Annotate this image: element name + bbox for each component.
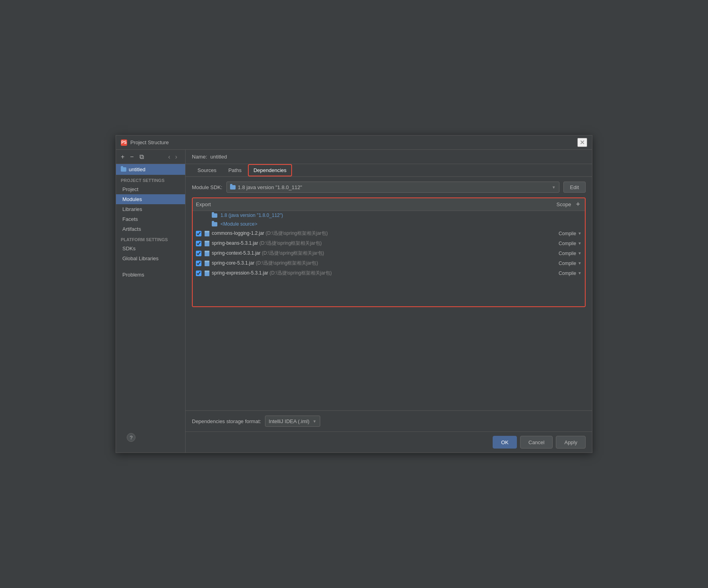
sidebar-item-artifacts[interactable]: Artifacts (116, 224, 185, 234)
storage-label: Dependencies storage format: (192, 418, 261, 424)
sdk-row: Module SDK: 1.8 java version "1.8.0_112"… (192, 182, 586, 193)
deps-list: 1.8 (java version "1.8.0_112") <Module s… (193, 211, 585, 306)
sidebar-item-libraries[interactable]: Libraries (116, 204, 185, 214)
cancel-button[interactable]: Cancel (520, 436, 553, 449)
module-name: untitled (129, 166, 145, 172)
apply-button[interactable]: Apply (556, 436, 586, 449)
folder-icon (121, 167, 126, 172)
jar-icon-spring-core (205, 261, 209, 266)
dep-item-jdk[interactable]: 1.8 (java version "1.8.0_112") (193, 211, 585, 220)
dep-checkbox-spring-core[interactable] (196, 261, 201, 266)
export-col-header: Export (196, 201, 557, 207)
jdk-folder-icon (212, 213, 217, 218)
main-content: Name: untitled Sources Paths Dependencie… (186, 150, 592, 453)
storage-row: Dependencies storage format: IntelliJ ID… (186, 410, 592, 431)
dep-item-spring-beans[interactable]: spring-beans-5.3.1.jar (D:\迅捷\spring框架相关… (193, 238, 585, 248)
sidebar: + − ⧉ ‹ › untitled Project Settings Pro (116, 150, 186, 453)
dep-scope-spring-context: Compile (559, 251, 576, 256)
dep-scope-arrow-spring-beans[interactable]: ▼ (578, 241, 582, 246)
sdk-chevron-icon: ▼ (552, 185, 556, 190)
dep-name-commons-logging: commons-logging-1.2.jar (D:\迅捷\spring框架相… (212, 230, 559, 237)
deps-table: Export Scope + 1.8 (java version "1. (192, 197, 586, 307)
dep-scope-arrow-spring-core[interactable]: ▼ (578, 261, 582, 265)
project-settings-header: Project Settings (116, 175, 185, 184)
add-button[interactable]: + (119, 153, 126, 161)
jar-icon-spring-beans (205, 241, 209, 246)
sidebar-item-modules[interactable]: Modules (116, 194, 185, 204)
dep-item-module-source[interactable]: <Module source> (193, 220, 585, 228)
dep-checkbox-spring-expression[interactable] (196, 271, 201, 276)
sdk-folder-icon (230, 185, 236, 190)
dep-name-spring-expression: spring-expression-5.3.1.jar (D:\迅捷\sprin… (212, 270, 559, 277)
dep-name-spring-core: spring-core-5.3.1.jar (D:\迅捷\spring框架相关j… (212, 260, 559, 267)
scope-col-header: Scope (557, 201, 571, 207)
sdk-label: Module SDK: (192, 184, 222, 190)
close-button[interactable]: ✕ (577, 138, 587, 147)
dep-jdk-name: 1.8 (java version "1.8.0_112") (221, 213, 283, 218)
dep-scope-spring-expression: Compile (559, 271, 576, 276)
dep-scope-commons-logging: Compile (559, 231, 576, 236)
dep-scope-arrow-spring-expression[interactable]: ▼ (578, 271, 582, 275)
footer: OK Cancel Apply (186, 431, 592, 453)
sidebar-item-problems[interactable]: Problems (116, 270, 185, 280)
dep-checkbox-spring-context[interactable] (196, 251, 201, 256)
dialog-title: Project Structure (130, 139, 577, 145)
nav-forward-button[interactable]: › (174, 153, 179, 161)
copy-button[interactable]: ⧉ (138, 153, 145, 161)
sidebar-item-project[interactable]: Project (116, 184, 185, 194)
dep-name-spring-context: spring-context-5.3.1.jar (D:\迅捷\spring框架… (212, 250, 559, 257)
name-label: Name: (192, 154, 207, 160)
title-bar: PS Project Structure ✕ (116, 135, 592, 150)
sidebar-item-global-libraries[interactable]: Global Libraries (116, 253, 185, 263)
dep-scope-arrow-spring-context[interactable]: ▼ (578, 251, 582, 255)
tab-paths[interactable]: Paths (223, 164, 247, 176)
storage-value: IntelliJ IDEA (.iml) (269, 418, 310, 424)
dep-checkbox-commons-logging[interactable] (196, 231, 201, 236)
add-dep-button[interactable]: + (574, 200, 582, 209)
dep-checkbox-spring-beans[interactable] (196, 241, 201, 246)
ok-button[interactable]: OK (493, 436, 517, 449)
jar-icon-spring-context (205, 251, 209, 256)
module-item-untitled[interactable]: untitled (116, 164, 185, 175)
storage-format-dropdown[interactable]: IntelliJ IDEA (.iml) ▼ (265, 416, 320, 427)
edit-sdk-button[interactable]: Edit (563, 182, 586, 193)
jar-icon-commons-logging (205, 231, 209, 236)
dep-scope-arrow-commons-logging[interactable]: ▼ (578, 231, 582, 236)
sidebar-item-sdks[interactable]: SDKs (116, 244, 185, 253)
dep-item-spring-core[interactable]: spring-core-5.3.1.jar (D:\迅捷\spring框架相关j… (193, 258, 585, 268)
sdk-dropdown[interactable]: 1.8 java version "1.8.0_112" ▼ (226, 182, 559, 193)
dep-item-commons-logging[interactable]: commons-logging-1.2.jar (D:\迅捷\spring框架相… (193, 228, 585, 238)
dep-item-spring-context[interactable]: spring-context-5.3.1.jar (D:\迅捷\spring框架… (193, 248, 585, 258)
jar-icon-spring-expression (205, 271, 209, 276)
tabs-bar: Sources Paths Dependencies (186, 164, 592, 177)
dep-item-spring-expression[interactable]: spring-expression-5.3.1.jar (D:\迅捷\sprin… (193, 268, 585, 278)
tab-dependencies[interactable]: Dependencies (248, 164, 292, 176)
sidebar-item-facets[interactable]: Facets (116, 214, 185, 224)
deps-table-header: Export Scope + (193, 198, 585, 211)
app-icon: PS (121, 139, 127, 146)
module-folder-icon (212, 222, 217, 226)
remove-button[interactable]: − (128, 153, 135, 161)
help-button[interactable]: ? (127, 433, 135, 442)
nav-back-button[interactable]: ‹ (166, 153, 172, 161)
content-area: Module SDK: 1.8 java version "1.8.0_112"… (186, 177, 592, 410)
name-value: untitled (210, 154, 586, 160)
sidebar-toolbar: + − ⧉ ‹ › (116, 150, 185, 164)
dep-scope-spring-beans: Compile (559, 241, 576, 246)
sdk-value: 1.8 java version "1.8.0_112" (238, 184, 302, 190)
dep-name-spring-beans: spring-beans-5.3.1.jar (D:\迅捷\spring框架相关… (212, 240, 559, 247)
storage-chevron-icon: ▼ (313, 419, 317, 424)
name-row: Name: untitled (186, 150, 592, 164)
dep-scope-spring-core: Compile (559, 261, 576, 266)
tab-sources[interactable]: Sources (192, 164, 222, 176)
platform-settings-header: Platform Settings (116, 234, 185, 244)
dep-module-source-name: <Module source> (221, 221, 257, 227)
